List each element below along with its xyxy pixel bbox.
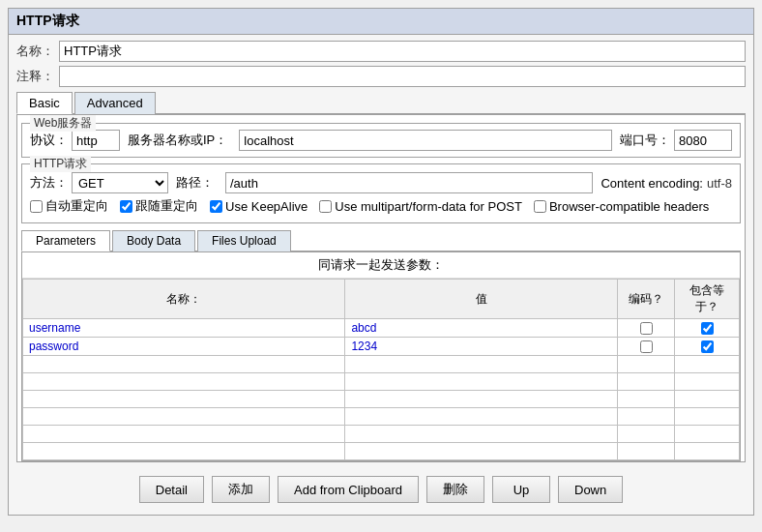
encode-checkbox[interactable]: [640, 340, 653, 353]
protocol-input[interactable]: [72, 130, 120, 151]
path-label: 路径：: [176, 174, 214, 192]
keep-alive-label: Use KeepAlive: [225, 199, 308, 214]
table-row-empty: [23, 356, 740, 373]
bottom-buttons: Detail 添加 Add from Clipboard 删除 Up Down: [16, 470, 746, 509]
params-table: 名称： 值 编码？ 包含等于？ username abcd: [22, 279, 740, 460]
include-checkbox[interactable]: [701, 340, 714, 353]
main-tabs: Basic Advanced: [16, 91, 746, 114]
row-value: 1234: [345, 338, 618, 356]
protocol-label: 协议：: [30, 132, 68, 149]
encoding-label: Content encoding:: [601, 176, 703, 191]
row-name: username: [23, 319, 345, 338]
tab-files-upload[interactable]: Files Upload: [197, 230, 291, 251]
method-label: 方法：: [30, 174, 68, 192]
inner-tabs: Parameters Body Data Files Upload: [21, 229, 741, 251]
col-header-include: 包含等于？: [675, 280, 740, 319]
auto-redirect-checkbox[interactable]: [30, 200, 43, 213]
row-include[interactable]: [675, 338, 740, 356]
multipart-checkbox[interactable]: [319, 200, 332, 213]
hostname-label: 服务器名称或IP：: [128, 132, 227, 149]
table-row-empty: [23, 408, 740, 426]
encoding-value: utf-8: [707, 176, 732, 191]
row-encode[interactable]: [618, 319, 675, 338]
follow-redirect-label: 跟随重定向: [135, 197, 198, 215]
row-name: password: [23, 338, 345, 356]
encode-checkbox[interactable]: [640, 322, 653, 335]
add-clipboard-button[interactable]: Add from Clipboard: [278, 476, 419, 503]
browser-headers-checkbox-item[interactable]: Browser-compatible headers: [534, 199, 709, 214]
web-server-title: Web服务器: [30, 115, 96, 132]
include-checkbox[interactable]: [701, 322, 714, 335]
browser-headers-label: Browser-compatible headers: [549, 199, 709, 214]
http-request-title: HTTP请求: [30, 156, 91, 172]
table-row: password 1234: [23, 338, 740, 356]
row-encode[interactable]: [618, 338, 675, 356]
auto-redirect-checkbox-item[interactable]: 自动重定向: [30, 197, 108, 215]
tab-body-data[interactable]: Body Data: [112, 230, 195, 251]
browser-headers-checkbox[interactable]: [534, 200, 546, 213]
tab-parameters[interactable]: Parameters: [21, 230, 110, 251]
multipart-label: Use multipart/form-data for POST: [335, 199, 522, 214]
row-value: abcd: [345, 319, 618, 338]
tab-basic[interactable]: Basic: [16, 92, 73, 114]
keep-alive-checkbox[interactable]: [210, 200, 222, 213]
path-input[interactable]: [225, 172, 593, 193]
down-button[interactable]: Down: [558, 476, 623, 503]
delete-button[interactable]: 删除: [426, 476, 484, 503]
col-header-encode: 编码？: [618, 280, 675, 319]
table-row: username abcd: [23, 319, 740, 338]
table-row-empty: [23, 391, 740, 408]
auto-redirect-label: 自动重定向: [45, 197, 108, 215]
window-title: HTTP请求: [9, 9, 753, 35]
detail-button[interactable]: Detail: [139, 476, 204, 503]
parameters-table-container: 同请求一起发送参数： 名称： 值 编码？ 包含等于？: [21, 251, 741, 461]
keep-alive-checkbox-item[interactable]: Use KeepAlive: [210, 199, 308, 214]
col-header-value: 值: [345, 280, 618, 319]
follow-redirect-checkbox-item[interactable]: 跟随重定向: [120, 197, 198, 215]
multipart-checkbox-item[interactable]: Use multipart/form-data for POST: [319, 199, 522, 214]
col-header-name: 名称：: [23, 280, 345, 319]
hostname-input[interactable]: [239, 130, 612, 151]
table-header: 同请求一起发送参数：: [22, 252, 740, 279]
tab-advanced[interactable]: Advanced: [74, 92, 156, 114]
table-row-empty: [23, 443, 740, 460]
note-label: 注释：: [16, 68, 55, 85]
port-input[interactable]: [674, 130, 732, 151]
method-select[interactable]: GET POST PUT DELETE: [72, 172, 168, 193]
note-input[interactable]: [59, 66, 746, 87]
port-label: 端口号：: [620, 132, 670, 149]
table-row-empty: [23, 373, 740, 391]
follow-redirect-checkbox[interactable]: [120, 200, 132, 213]
name-input[interactable]: [59, 41, 746, 62]
row-include[interactable]: [675, 319, 740, 338]
name-label: 名称：: [16, 43, 55, 60]
add-button[interactable]: 添加: [212, 476, 270, 503]
table-row-empty: [23, 426, 740, 443]
up-button[interactable]: Up: [492, 476, 550, 503]
